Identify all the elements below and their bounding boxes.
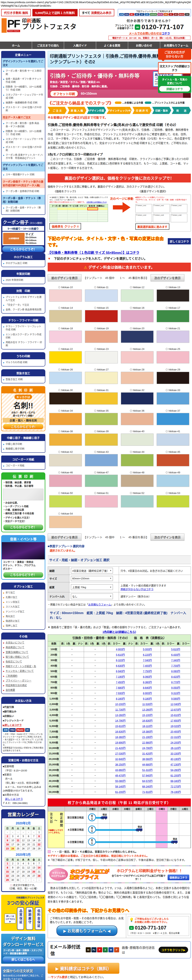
delivery-select[interactable]: 4営業日発送（最終校正終了後）▼ (71, 568, 113, 573)
back-template-card[interactable]: kinken_ura2 (153, 204, 170, 213)
price-cell[interactable]: 21,190円 (134, 734, 161, 740)
price-cell[interactable]: 68,240円 (134, 784, 161, 789)
price-cell[interactable]: 71,910円 (134, 789, 161, 795)
template-thumbnail[interactable] (85, 290, 118, 302)
template-thumbnail[interactable] (85, 392, 118, 404)
back-template-card[interactable]: kinken_ura3 (171, 204, 187, 213)
template-thumbnail[interactable] (49, 516, 82, 528)
template-thumbnail[interactable] (157, 434, 189, 446)
title-color-change-box[interactable]: タイトル・色・写真の変更について 詳細はコチラ (158, 76, 191, 93)
price-cell[interactable]: – (60, 729, 84, 734)
template-tile[interactable]: hikikae-40 (120, 429, 155, 449)
template-tile[interactable]: hikikae-17 (155, 305, 191, 326)
price-cell[interactable]: 11,530円 (134, 701, 161, 707)
sidebar-item[interactable]: 2020 年賀状印刷 (3, 278, 44, 282)
template-tile[interactable]: hikikae-25 (155, 346, 191, 367)
price-cell[interactable]: 26,110円 (161, 745, 190, 751)
paper-select[interactable]: 上質紙 70kg▼ (71, 584, 113, 590)
template-thumbnail[interactable] (85, 372, 118, 384)
sidebar-item[interactable]: ミシン目入りクーポン チラシ作成 印刷 (3, 332, 44, 340)
sidebar-item[interactable]: 用紙サイズ・トンボ設定・色 (3, 664, 44, 669)
price-cell[interactable]: – (84, 712, 107, 718)
nav-item[interactable]: ご注文までの流れ (32, 41, 64, 49)
price-cell[interactable]: 5,610円 (161, 646, 190, 652)
price-cell[interactable]: – (60, 745, 84, 751)
price-cell[interactable]: – (84, 778, 107, 784)
price-cell[interactable]: 19,020円 (161, 723, 190, 729)
price-cell[interactable]: – (84, 762, 107, 767)
sidebar-item[interactable]: プリントフェスタの デザインを選んで注文 (3, 295, 44, 302)
price-cell[interactable]: – (84, 668, 107, 674)
template-radio[interactable] (94, 389, 96, 391)
template-thumbnail[interactable] (157, 372, 189, 384)
template-radio[interactable] (166, 327, 168, 329)
template-thumbnail[interactable] (121, 331, 154, 343)
template-radio[interactable] (130, 451, 132, 453)
price-cell[interactable]: – (84, 773, 107, 778)
template-radio[interactable] (94, 369, 96, 371)
template-tile[interactable]: hikikae-47 (83, 470, 119, 490)
template-radio[interactable] (130, 410, 132, 412)
size-select[interactable]: 60mm×150mm▼ (71, 576, 113, 581)
price-cell[interactable]: 61,200円 (161, 773, 190, 778)
template-thumbnail[interactable] (85, 310, 118, 322)
template-tile[interactable]: hikikae-49 (155, 470, 191, 490)
price-cell[interactable]: 8,420円 (161, 674, 190, 679)
price-cell[interactable]: – (60, 707, 84, 712)
price-cell[interactable]: – (84, 685, 107, 690)
price-cell[interactable]: 7,040円 (134, 657, 161, 663)
music-button[interactable]: こちらからどうぞ！ (3, 572, 44, 578)
template-radio[interactable] (130, 471, 132, 474)
template-tile[interactable]: hikikae-52 (120, 490, 155, 511)
price-cell[interactable]: 19,890円 (107, 740, 134, 745)
sidebar-item[interactable]: 型抜き加工 印刷 (3, 377, 44, 382)
template-tile[interactable]: hikikae-28 (120, 367, 155, 388)
price-cell[interactable]: – (60, 740, 84, 745)
price-cell[interactable]: – (84, 701, 107, 707)
estimate-form-button[interactable]: ▶ お見積もりフォームへ ◀ (57, 926, 117, 936)
price-cell[interactable]: 49,470円 (107, 773, 134, 778)
price-cell[interactable]: 32,640円 (107, 756, 134, 762)
template-radio[interactable] (94, 492, 96, 494)
template-thumbnail[interactable] (121, 413, 154, 425)
numbering-select[interactable]: なし▼ (71, 593, 113, 599)
price-cell[interactable]: 33,150円 (161, 751, 190, 756)
radio-icon[interactable] (136, 205, 137, 206)
sidebar-item[interactable]: プライバシー・ポリシー (3, 678, 44, 683)
payment-detail-link[interactable]: ▶詳しくはコチラ (3, 723, 44, 727)
template-radio[interactable] (94, 451, 96, 453)
template-thumbnail[interactable] (121, 310, 154, 322)
price-cell[interactable]: 9,590円 (161, 696, 190, 701)
template-thumbnail[interactable] (49, 351, 82, 363)
price-cell[interactable]: – (60, 778, 84, 784)
template-radio[interactable] (130, 286, 132, 288)
radio-icon[interactable] (154, 214, 155, 216)
price-cell[interactable]: 16,830円 (107, 729, 134, 734)
sidebar-item[interactable]: 角丸加工 (3, 614, 44, 619)
price-cell[interactable]: – (84, 646, 107, 652)
next-designs-button[interactable]: 次のデザインを表示 (151, 533, 184, 541)
price-cell[interactable]: 38,560円 (134, 756, 161, 762)
template-thumbnail[interactable] (49, 331, 82, 343)
price-cell[interactable]: – (84, 674, 107, 679)
price-cell[interactable]: 64,570円 (134, 778, 161, 784)
price-cell[interactable]: – (84, 767, 107, 773)
sidebar-item[interactable]: 無線綴じ冊子印刷 (3, 447, 44, 451)
template-radio[interactable] (58, 471, 60, 474)
price-cell[interactable]: 40,190円 (161, 756, 190, 762)
sidebar-item[interactable]: スタンプカード・ショップカード作成 印刷 (3, 137, 44, 145)
template-thumbnail[interactable] (121, 351, 154, 363)
nav-item[interactable]: ホーム (0, 41, 32, 49)
price-cell[interactable]: 31,420円 (134, 751, 161, 756)
one-color-print-link[interactable]: 1色印刷とは(詳細はこちら) (48, 630, 191, 634)
template-tile[interactable]: hikikae-15 (83, 305, 119, 326)
template-radio[interactable] (58, 327, 60, 329)
printfesta-logo[interactable]: PF PRINT FESTA (2, 18, 20, 33)
template-radio[interactable] (166, 410, 168, 412)
next-designs-button[interactable]: 次のデザインを表示 (151, 274, 184, 282)
price-cell[interactable]: 43,860円 (107, 767, 134, 773)
price-cell[interactable]: – (84, 784, 107, 789)
price-cell[interactable]: 61,200円 (107, 789, 134, 795)
sidebar-item[interactable]: クーポン券・割引券・金券 商品券・ギフト券印刷 (3, 121, 44, 129)
template-thumbnail[interactable] (85, 495, 118, 508)
